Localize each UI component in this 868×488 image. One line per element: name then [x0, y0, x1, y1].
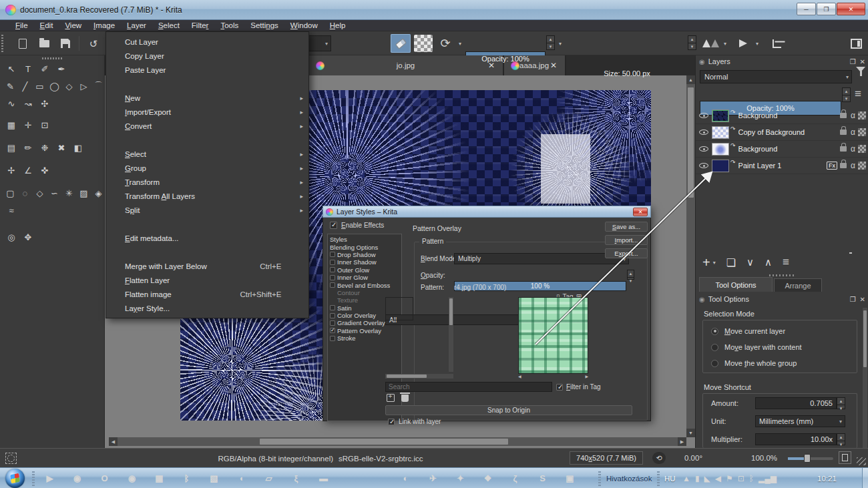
layer-menu-item[interactable]: Paste Layer	[106, 63, 308, 77]
language-indicator[interactable]: HU	[664, 468, 676, 488]
radio-icon[interactable]	[711, 360, 718, 367]
layer-opacity-slider[interactable]: Opacity: 100%	[700, 101, 841, 115]
dialog-close-button[interactable]: ✕	[633, 208, 648, 216]
enable-effects-checkbox[interactable]	[330, 222, 337, 229]
radio-icon[interactable]	[711, 344, 718, 351]
add-layer-dropdown-arrow[interactable]: ▾	[713, 260, 716, 266]
layer-inherit-alpha-icon[interactable]	[858, 111, 866, 119]
trim-to-image-button[interactable]	[767, 34, 787, 53]
docker-splitter[interactable]	[769, 274, 796, 276]
maximize-button[interactable]: ❐	[817, 3, 836, 15]
pattern-fill-button[interactable]	[414, 35, 433, 52]
reload-preset-button[interactable]: ⟳	[435, 34, 455, 53]
layer-menu-item[interactable]: Select	[106, 147, 308, 161]
selection-mode-radio[interactable]: Move current layer	[703, 323, 857, 339]
style-checkbox[interactable]	[330, 313, 335, 318]
layer-thumbnail[interactable]	[712, 126, 729, 139]
mirror-horizontal-button[interactable]	[733, 34, 753, 53]
eraser-mode-button[interactable]	[391, 34, 411, 53]
new-document-button[interactable]	[13, 34, 32, 53]
toolbar-grip[interactable]	[1, 35, 3, 52]
selection-mode-radio[interactable]: Move layer with content	[703, 339, 857, 355]
blend-mode-dropdown[interactable]: Normal	[700, 70, 852, 83]
close-button[interactable]: ✕	[837, 3, 865, 15]
layer-inherit-alpha-icon[interactable]	[858, 128, 866, 136]
layer-menu-item[interactable]	[106, 133, 308, 147]
layer-visibility-icon[interactable]	[698, 160, 709, 171]
layer-opacity-spinner[interactable]	[842, 87, 851, 102]
layer-menu-item[interactable]: Copy Layer	[106, 49, 308, 63]
layer-inherit-alpha-icon[interactable]	[858, 162, 866, 170]
style-checkbox[interactable]	[330, 282, 335, 288]
style-checkbox[interactable]	[330, 305, 335, 310]
size-spinner[interactable]	[688, 35, 696, 50]
filter-in-tag-row[interactable]: Filter in Tag	[556, 383, 601, 391]
docker-close-icon[interactable]: ✕	[860, 58, 865, 65]
enable-effects-row[interactable]: Enable Effects	[330, 222, 384, 229]
opacity-slider[interactable]: Opacity: 100%	[465, 51, 546, 66]
layer-menu-item[interactable]: Split	[106, 203, 308, 217]
layer-row[interactable]: ↷ Background Fx α	[696, 141, 868, 158]
move-layer-down-button[interactable]: ∨	[746, 256, 754, 268]
layer-menu-item[interactable]	[106, 245, 308, 259]
unit-dropdown[interactable]: Millimeters (mm)	[755, 415, 845, 427]
layer-menu-item[interactable]	[106, 77, 308, 91]
menubar-item[interactable]: Edit	[34, 20, 59, 31]
pattern-search-input[interactable]	[385, 382, 552, 392]
tab-tool-options[interactable]: Tool Options	[699, 277, 773, 292]
layer-menu-item[interactable]: Transform	[106, 175, 308, 189]
dialog-blend-mode-dropdown[interactable]: Multiply	[454, 253, 629, 264]
layer-lock-icon[interactable]	[840, 113, 847, 118]
menubar-item[interactable]: View	[59, 20, 87, 31]
zoom-slider[interactable]	[788, 457, 833, 460]
layer-menu-item[interactable]: Convert	[106, 119, 308, 133]
link-with-layer-checkbox[interactable]	[388, 419, 395, 425]
reload-dropdown-arrow[interactable]: ▾	[455, 34, 465, 53]
taskbar-grip[interactable]	[598, 471, 601, 486]
move-layer-up-button[interactable]: ∧	[765, 256, 772, 268]
filter-in-tag-checkbox[interactable]	[556, 384, 563, 391]
mirror-vertical-button[interactable]	[700, 34, 721, 53]
start-button[interactable]	[5, 469, 25, 488]
taskbar-grip[interactable]	[32, 471, 35, 486]
toolbox-grip[interactable]	[42, 57, 62, 59]
canvas-vertical-scrollbar[interactable]: ▲ ▼	[686, 75, 695, 437]
style-checkbox[interactable]	[330, 328, 335, 333]
style-checkbox[interactable]	[330, 275, 335, 280]
layer-row[interactable]: ↷ Paint Layer 1 Fx α	[696, 158, 868, 174]
canvas-rotation-icon[interactable]: ⟲	[652, 452, 666, 464]
layer-row[interactable]: ↷ Copy of Background Fx α	[696, 124, 868, 141]
style-list-item[interactable]: Inner Glow	[328, 274, 401, 281]
layer-alpha-icon[interactable]: α	[851, 128, 855, 137]
style-list-item[interactable]: Blending Options	[328, 243, 401, 250]
menubar-item[interactable]: Settings	[244, 20, 284, 31]
layer-menu-item[interactable]: Merge with Layer Below Ctrl+E	[106, 259, 308, 273]
layer-menu-item[interactable]: Transform All Layers	[106, 189, 308, 203]
layer-fx-badge[interactable]: Fx	[827, 162, 837, 170]
layer-alpha-icon[interactable]: α	[851, 161, 855, 170]
menubar-item[interactable]: Help	[324, 20, 352, 31]
layer-lock-icon[interactable]	[840, 146, 847, 152]
menubar-item[interactable]: Window	[284, 20, 324, 31]
duplicate-layer-button[interactable]: ❏	[726, 256, 736, 269]
thumbnail-hscrollbar[interactable]	[385, 374, 453, 379]
link-with-layer-row[interactable]: Link with layer	[388, 418, 441, 425]
layer-visibility-icon[interactable]	[698, 127, 709, 138]
taskbar-grip[interactable]	[657, 471, 660, 486]
layer-thumbnail[interactable]	[712, 143, 729, 156]
layer-alpha-icon[interactable]: α	[851, 111, 855, 120]
thumbnail-scrollbar[interactable]	[449, 297, 453, 372]
layer-menu-item[interactable]: Import/Export	[106, 105, 308, 119]
menubar-item[interactable]: Image	[87, 20, 121, 31]
style-checkbox[interactable]	[330, 320, 335, 326]
window-resize-grip[interactable]	[857, 457, 866, 465]
opacity-spinner[interactable]	[546, 35, 555, 50]
layer-properties-button[interactable]: ≡	[783, 256, 789, 269]
menubar-item[interactable]: Layer	[121, 20, 152, 31]
layer-thumbnail[interactable]	[712, 160, 729, 172]
save-document-button[interactable]	[56, 34, 75, 53]
tool-options-docker-header[interactable]: ◉ Tool Options ❐✕	[696, 293, 868, 305]
amount-input[interactable]: 0.7055	[755, 397, 837, 409]
tool-options-scrollbar[interactable]	[863, 308, 867, 448]
show-desktop-button[interactable]	[862, 468, 868, 488]
